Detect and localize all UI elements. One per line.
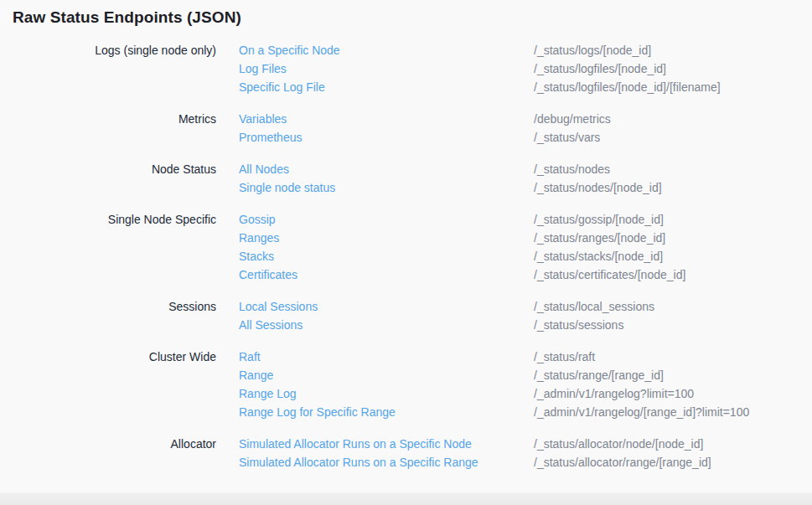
endpoint-link[interactable]: Prometheus — [239, 128, 534, 147]
endpoint-group: MetricsVariables/debug/metricsPrometheus… — [13, 110, 812, 147]
endpoint-row: Ranges/_status/ranges/[node_id] — [239, 229, 685, 247]
endpoint-row: Variables/debug/metrics — [239, 110, 611, 128]
endpoint-path: /_status/sessions — [534, 316, 623, 334]
endpoint-link[interactable]: Single node status — [239, 178, 534, 197]
endpoint-row: Certificates/_status/certificates/[node_… — [239, 265, 685, 284]
endpoint-row: Prometheus/_status/vars — [239, 128, 611, 147]
endpoint-row: Gossip/_status/gossip/[node_id] — [239, 210, 685, 229]
endpoint-link[interactable]: Specific Log File — [239, 78, 534, 96]
endpoint-link[interactable]: Variables — [239, 110, 534, 128]
endpoint-link[interactable]: Certificates — [239, 265, 534, 284]
endpoint-list: Variables/debug/metricsPrometheus/_statu… — [239, 110, 611, 147]
category-label: Single Node Specific — [13, 210, 216, 229]
endpoint-row: Range Log for Specific Range/_admin/v1/r… — [239, 403, 749, 421]
endpoint-path: /_status/stacks/[node_id] — [534, 247, 663, 265]
endpoint-group: Cluster WideRaft/_status/raftRange/_stat… — [13, 348, 812, 421]
endpoint-group: Node StatusAll Nodes/_status/nodesSingle… — [13, 160, 812, 197]
endpoint-row: Stacks/_status/stacks/[node_id] — [239, 247, 685, 265]
endpoint-list: Simulated Allocator Runs on a Specific N… — [239, 435, 711, 472]
endpoint-path: /_admin/v1/rangelog/[range_id]?limit=100 — [534, 403, 749, 421]
endpoint-path: /_status/local_sessions — [534, 297, 654, 316]
endpoint-path: /_status/raft — [534, 348, 595, 366]
endpoint-path: /_status/nodes/[node_id] — [534, 178, 662, 197]
category-label: Metrics — [13, 110, 216, 128]
endpoint-path: /_status/range/[range_id] — [534, 366, 664, 384]
endpoint-row: Range/_status/range/[range_id] — [239, 366, 749, 384]
endpoint-link[interactable]: All Sessions — [239, 316, 534, 334]
category-label: Node Status — [13, 160, 216, 178]
endpoint-list: On a Specific Node/_status/logs/[node_id… — [239, 41, 721, 96]
endpoint-row: All Nodes/_status/nodes — [239, 160, 662, 178]
endpoint-list: Local Sessions/_status/local_sessionsAll… — [239, 297, 654, 334]
endpoint-path: /_status/logfiles/[node_id]/[filename] — [534, 78, 721, 96]
endpoint-row: Local Sessions/_status/local_sessions — [239, 297, 654, 316]
endpoint-link[interactable]: Range — [239, 366, 534, 384]
endpoint-path: /_status/allocator/range/[range_id] — [534, 453, 711, 472]
endpoint-group: AllocatorSimulated Allocator Runs on a S… — [13, 435, 812, 472]
endpoint-link[interactable]: Simulated Allocator Runs on a Specific R… — [239, 453, 534, 472]
endpoint-row: Raft/_status/raft — [239, 348, 749, 366]
endpoint-path: /_status/ranges/[node_id] — [534, 229, 665, 247]
page-title: Raw Status Endpoints (JSON) — [13, 8, 812, 27]
endpoint-row: Simulated Allocator Runs on a Specific R… — [239, 453, 711, 472]
endpoint-group: Logs (single node only)On a Specific Nod… — [13, 41, 812, 96]
endpoint-row: On a Specific Node/_status/logs/[node_id… — [239, 41, 721, 59]
endpoint-link[interactable]: Gossip — [239, 210, 534, 229]
endpoint-path: /_status/logs/[node_id] — [534, 41, 651, 59]
endpoint-group: SessionsLocal Sessions/_status/local_ses… — [13, 297, 812, 334]
endpoint-path: /_admin/v1/rangelog?limit=100 — [534, 384, 694, 403]
endpoint-link[interactable]: Log Files — [239, 59, 534, 78]
endpoint-link[interactable]: Local Sessions — [239, 297, 534, 316]
category-label: Allocator — [13, 435, 216, 453]
category-label: Cluster Wide — [13, 348, 216, 366]
category-label: Sessions — [13, 297, 216, 316]
endpoint-link[interactable]: Range Log — [239, 384, 534, 403]
endpoint-row: Simulated Allocator Runs on a Specific N… — [239, 435, 711, 453]
endpoint-row: Log Files/_status/logfiles/[node_id] — [239, 59, 721, 78]
endpoint-link[interactable]: Range Log for Specific Range — [239, 403, 534, 421]
endpoint-link[interactable]: Simulated Allocator Runs on a Specific N… — [239, 435, 534, 453]
endpoint-path: /debug/metrics — [534, 110, 611, 128]
endpoint-link[interactable]: On a Specific Node — [239, 41, 534, 59]
endpoint-path: /_status/allocator/node/[node_id] — [534, 435, 703, 453]
endpoint-groups: Logs (single node only)On a Specific Nod… — [13, 41, 812, 472]
endpoint-link[interactable]: Ranges — [239, 229, 534, 247]
endpoint-link[interactable]: Stacks — [239, 247, 534, 265]
endpoint-list: Raft/_status/raftRange/_status/range/[ra… — [239, 348, 749, 421]
endpoints-page: Raw Status Endpoints (JSON) Logs (single… — [0, 0, 812, 505]
endpoint-path: /_status/certificates/[node_id] — [534, 265, 685, 284]
endpoint-link[interactable]: All Nodes — [239, 160, 534, 178]
endpoint-path: /_status/gossip/[node_id] — [534, 210, 664, 229]
endpoint-path: /_status/logfiles/[node_id] — [534, 59, 666, 78]
endpoint-row: All Sessions/_status/sessions — [239, 316, 654, 334]
endpoint-row: Range Log/_admin/v1/rangelog?limit=100 — [239, 384, 749, 403]
endpoint-path: /_status/nodes — [534, 160, 610, 178]
endpoint-row: Single node status/_status/nodes/[node_i… — [239, 178, 662, 197]
footer-strip — [0, 492, 812, 505]
endpoint-path: /_status/vars — [534, 128, 600, 147]
category-label: Logs (single node only) — [13, 41, 216, 59]
endpoint-list: All Nodes/_status/nodesSingle node statu… — [239, 160, 662, 197]
endpoint-row: Specific Log File/_status/logfiles/[node… — [239, 78, 721, 96]
endpoint-link[interactable]: Raft — [239, 348, 534, 366]
endpoint-group: Single Node SpecificGossip/_status/gossi… — [13, 210, 812, 284]
endpoint-list: Gossip/_status/gossip/[node_id]Ranges/_s… — [239, 210, 685, 284]
